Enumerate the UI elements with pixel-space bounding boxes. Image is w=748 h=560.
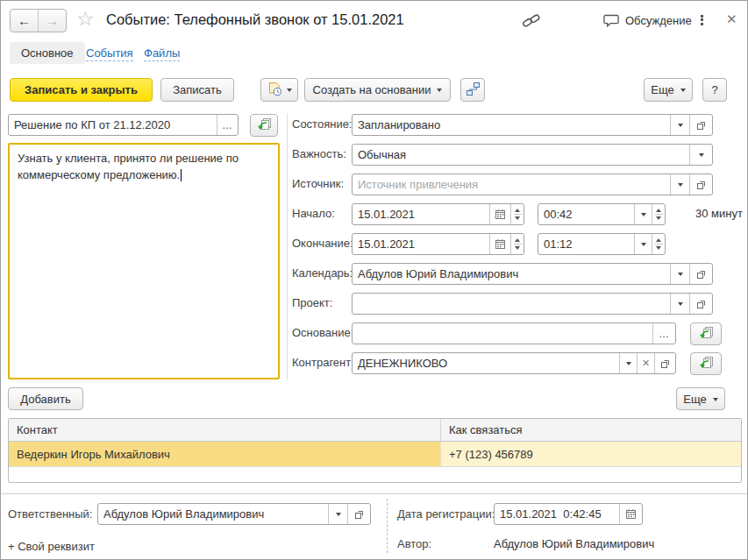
- page-title: Событие: Телефонный звонок от 15.01.2021: [106, 11, 404, 28]
- start-date-input[interactable]: [353, 204, 489, 224]
- basis-label: Основание:: [292, 326, 353, 339]
- open-icon[interactable]: [689, 264, 712, 284]
- dropdown-button[interactable]: [634, 204, 652, 224]
- table-row[interactable]: Ведеркин Игорь Михайлович +7 (123) 45678…: [9, 442, 741, 467]
- open-icon[interactable]: [689, 294, 712, 314]
- basis-input[interactable]: [353, 323, 652, 344]
- related-documents-button[interactable]: [460, 78, 485, 102]
- clear-icon[interactable]: ✕: [637, 353, 654, 373]
- dropdown-button[interactable]: [670, 264, 689, 284]
- tab-events[interactable]: События: [86, 46, 133, 61]
- forward-button[interactable]: →: [38, 10, 66, 32]
- dropdown-button[interactable]: [689, 145, 712, 165]
- discussion-bubble-icon[interactable]: [602, 13, 620, 31]
- tab-main[interactable]: Основное: [10, 42, 85, 64]
- table-empty-row: [9, 467, 741, 482]
- contacts-more-button[interactable]: Еще: [676, 387, 725, 410]
- column-header-contact[interactable]: Контакт: [9, 419, 440, 441]
- project-input[interactable]: [353, 294, 670, 314]
- reg-date-label: Дата регистрации:: [397, 507, 495, 521]
- start-time-input[interactable]: [538, 204, 634, 224]
- description-text: Узнать у клиента, принято ли решение по …: [18, 152, 239, 181]
- contacts-table: Контакт Как связаться Ведеркин Игорь Мих…: [8, 418, 742, 483]
- source-input[interactable]: [353, 174, 670, 195]
- end-date-group: [352, 233, 524, 255]
- end-time-input[interactable]: [538, 234, 634, 254]
- subject-input[interactable]: [9, 115, 217, 135]
- more-label: Еще: [651, 83, 673, 96]
- close-icon[interactable]: ✕: [726, 11, 737, 27]
- contact-cell[interactable]: Ведеркин Игорь Михайлович: [9, 442, 440, 466]
- toolbar-more-button[interactable]: Еще: [644, 78, 693, 102]
- dropdown-arrow-icon: [713, 398, 718, 404]
- subject-field-group: …: [8, 114, 239, 136]
- tab-files[interactable]: Файлы: [144, 46, 180, 61]
- source-field-group: [352, 174, 713, 195]
- time-spinner[interactable]: [652, 234, 665, 254]
- dropdown-button[interactable]: [670, 294, 689, 314]
- open-icon[interactable]: [689, 115, 712, 135]
- responsible-input[interactable]: [98, 504, 328, 524]
- choose-button[interactable]: …: [217, 115, 238, 135]
- dropdown-arrow-icon: [287, 89, 292, 95]
- how-cell[interactable]: +7 (123) 456789: [440, 442, 741, 466]
- favorite-star-icon[interactable]: ☆: [76, 7, 95, 31]
- insert-basis-button[interactable]: [690, 323, 722, 345]
- end-label: Окончание:: [292, 237, 353, 250]
- create-based-on-button[interactable]: Создать на основании: [304, 78, 451, 102]
- create-based-on-label: Создать на основании: [313, 83, 431, 96]
- dropdown-button[interactable]: [328, 504, 347, 524]
- state-input[interactable]: [353, 115, 670, 135]
- duration-text: 30 минут: [695, 207, 743, 220]
- description-textarea[interactable]: Узнать у клиента, принято ли решение по …: [8, 143, 280, 379]
- custom-attribute-link[interactable]: + Свой реквизит: [8, 540, 95, 553]
- counterparty-input[interactable]: [353, 353, 619, 373]
- date-spinner[interactable]: [510, 204, 524, 224]
- insert-from-basis-icon: [698, 356, 714, 372]
- basis-field-group: …: [352, 323, 676, 344]
- open-icon[interactable]: [654, 353, 675, 373]
- dropdown-button[interactable]: [670, 174, 689, 195]
- dropdown-button[interactable]: [634, 234, 652, 254]
- kebab-menu-icon[interactable]: [701, 13, 703, 26]
- dropdown-arrow-icon: [437, 89, 442, 95]
- more-label: Еще: [683, 393, 706, 406]
- dropdown-button[interactable]: [670, 115, 689, 135]
- event-form-window: ← → ☆ Событие: Телефонный звонок от 15.0…: [0, 0, 748, 560]
- state-field-group: [352, 114, 713, 136]
- panel-splitter: [287, 113, 288, 379]
- calendar-icon[interactable]: [489, 204, 510, 224]
- calendar-icon[interactable]: [619, 504, 642, 524]
- add-contact-button[interactable]: Добавить: [8, 387, 83, 410]
- planning-doc-button[interactable]: [260, 78, 298, 102]
- importance-input[interactable]: [353, 145, 689, 165]
- open-icon[interactable]: [689, 174, 712, 195]
- save-and-close-button[interactable]: Записать и закрыть: [10, 78, 153, 102]
- insert-counterparty-button[interactable]: [690, 352, 722, 375]
- calendar-icon[interactable]: [489, 234, 510, 254]
- counterparty-label: Контрагент:: [292, 356, 354, 369]
- calendar-input[interactable]: [353, 264, 670, 284]
- author-value: Абдулов Юрий Владимирович: [494, 537, 654, 550]
- back-button[interactable]: ←: [11, 10, 38, 32]
- history-nav-group: ← →: [10, 9, 67, 32]
- help-button[interactable]: ?: [702, 78, 727, 102]
- open-subject-button[interactable]: [250, 114, 278, 137]
- date-spinner[interactable]: [510, 234, 524, 254]
- open-icon[interactable]: [347, 504, 370, 524]
- end-date-input[interactable]: [353, 234, 489, 254]
- state-label: Состояние:: [292, 117, 352, 131]
- column-header-how[interactable]: Как связаться: [440, 419, 741, 441]
- discussion-label[interactable]: Обсуждение: [625, 14, 692, 27]
- calendar-label: Календарь:: [292, 266, 353, 280]
- time-spinner[interactable]: [652, 204, 665, 224]
- author-label: Автор:: [397, 537, 431, 550]
- counterparty-field-group: ✕: [352, 352, 676, 374]
- source-label: Источник:: [292, 177, 344, 190]
- link-icon[interactable]: [522, 12, 541, 32]
- dropdown-button[interactable]: [619, 353, 637, 373]
- save-button[interactable]: Записать: [160, 78, 234, 102]
- choose-button[interactable]: …: [652, 323, 675, 344]
- reg-date-input[interactable]: [495, 504, 619, 524]
- calendar-field-group: [352, 263, 713, 285]
